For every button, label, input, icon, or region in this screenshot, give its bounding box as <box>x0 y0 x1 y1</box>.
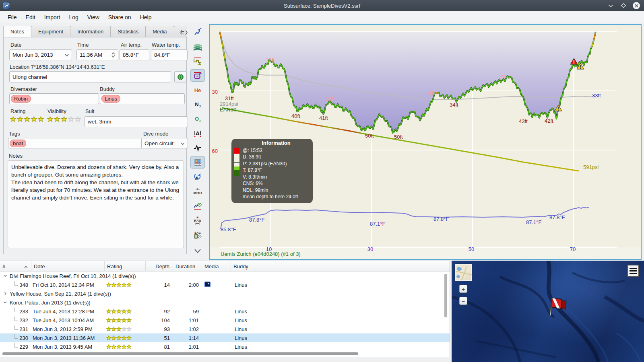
chart-label: 30 <box>212 89 218 95</box>
dive-mode-button[interactable] <box>190 171 205 183</box>
sac-rate-button[interactable]: SAC <box>190 228 205 241</box>
buddy-tag[interactable]: Linus <box>101 95 120 103</box>
tab-information[interactable]: Information <box>70 26 111 37</box>
tags-field[interactable]: boat <box>8 138 144 148</box>
helium-graph-button[interactable]: He <box>190 84 205 96</box>
dive-row[interactable]: 229Mon Jun 3, 2013 9:45 AM★★★★★811:01Lin… <box>0 342 450 351</box>
column-header-buddy[interactable]: Buddy <box>231 261 450 272</box>
waves-button[interactable] <box>190 40 205 53</box>
chart-label: 87.8°F <box>249 217 265 223</box>
column-header-duration[interactable]: Duration <box>173 261 202 272</box>
tag-boat[interactable]: boat <box>10 140 26 147</box>
spinner-arrows-icon[interactable] <box>111 52 115 58</box>
map-zoom-out-button[interactable]: − <box>459 297 467 305</box>
dive-flag-marker[interactable] <box>543 294 569 317</box>
globe-button[interactable] <box>174 71 186 82</box>
notes-textarea[interactable]: Unbelievable dive. Dozens and dozens of … <box>8 160 184 248</box>
svg-text:2: 2 <box>199 119 201 123</box>
column-header-depth[interactable]: Depth <box>146 261 173 272</box>
chart-label: 42ft <box>545 118 553 124</box>
menu-item-share-on[interactable]: Share on <box>104 12 136 22</box>
trip-row[interactable]: Yellow House, Sun Sep 21, 2014 (1 dive(s… <box>0 289 450 298</box>
tab-media[interactable]: Media <box>145 26 174 37</box>
ndl-button[interactable] <box>190 200 205 212</box>
air-temp-field[interactable]: 85.8°F <box>120 49 149 60</box>
dive-profile-chart[interactable]: 31ft2914psiEAN3015ft40ft41ft35ft50ft50ft… <box>209 24 642 260</box>
suit-input[interactable] <box>85 116 188 127</box>
window-maximize-button[interactable] <box>620 2 627 9</box>
star-icon: ★ <box>24 115 31 123</box>
trip-row[interactable]: Divi Flamingo House Reef, Fri Oct 10, 20… <box>0 272 450 280</box>
menu-item-help[interactable]: Help <box>136 12 156 22</box>
dive-site-map[interactable]: + − <box>452 261 644 362</box>
calculated-ceiling-button[interactable] <box>190 69 205 82</box>
menu-item-import[interactable]: Import <box>40 12 65 22</box>
buddy-field[interactable]: Linus <box>100 93 185 104</box>
ceiling-button[interactable] <box>190 55 205 67</box>
visibility-stars[interactable]: ★★★★★ <box>47 115 82 123</box>
menu-item-log[interactable]: Log <box>64 12 83 22</box>
horizontal-scrollbar[interactable] <box>2 352 358 355</box>
toolbar-scroll-down-button[interactable] <box>190 245 205 257</box>
dive-row[interactable]: 230Mon Jun 3, 2013 11:36 AM★★★★★511:14Li… <box>0 333 450 342</box>
collapse-icon[interactable] <box>3 273 7 279</box>
window-minimize-button[interactable] <box>607 2 614 9</box>
chart-label: 43ft <box>519 118 528 124</box>
info-row: @: 15:53 <box>243 147 310 154</box>
expand-icon[interactable] <box>3 291 7 297</box>
svg-text:SAC: SAC <box>194 230 201 234</box>
media-thumbnail-icon[interactable] <box>204 282 211 287</box>
map-menu-button[interactable] <box>627 265 639 277</box>
nitrogen-graph-button[interactable]: N2 <box>190 98 205 111</box>
oxygen-graph-button[interactable]: O2 <box>190 113 205 125</box>
gas-delta-button[interactable]: Δ <box>190 127 205 140</box>
heart-rate-icon <box>193 144 202 152</box>
window-close-button[interactable] <box>633 2 640 9</box>
date-select[interactable]: Mon Jun 3, 2013 <box>9 49 72 60</box>
column-header-rating[interactable]: Rating <box>105 261 146 272</box>
tab-equipment[interactable]: Equipment <box>31 26 70 37</box>
tab-scroll-left-icon[interactable] <box>179 30 183 35</box>
trip-row[interactable]: Koror, Palau, Jun 2013 (11 dive(s)) <box>0 298 450 307</box>
chart-label: 30 <box>367 246 373 252</box>
mod-button[interactable]: +MOD <box>190 185 205 197</box>
menu-item-view[interactable]: View <box>83 12 104 22</box>
ead-button[interactable]: +EAD(•••) <box>190 214 205 226</box>
map-zoom-in-button[interactable]: + <box>459 285 467 293</box>
time-spinbox[interactable]: 11:36 AM <box>76 49 118 60</box>
collapse-icon[interactable] <box>3 300 7 306</box>
dive-row[interactable]: 348Fri Oct 10, 2014 12:34 PM★★★★★142:00L… <box>0 280 450 289</box>
column-header-media[interactable]: Media <box>202 261 231 272</box>
location-input[interactable] <box>9 71 171 82</box>
dive-buddy: Linus <box>231 344 450 350</box>
column-header-date[interactable]: Date <box>31 261 105 272</box>
dive-computer-source-label: Uemis Zurich (e04d0248) (#1 of 3) <box>221 251 301 257</box>
map-overview-inset[interactable] <box>455 264 472 281</box>
water-temp-field[interactable]: 84.8°F <box>151 49 188 60</box>
divemaster-tag[interactable]: Robin <box>11 95 31 103</box>
star-icon: ★ <box>31 115 38 123</box>
divemaster-field[interactable]: Robin <box>9 93 99 104</box>
info-row: CNS: 6% <box>243 180 310 187</box>
menu-item-edit[interactable]: Edit <box>21 12 40 22</box>
heart-rate-button[interactable] <box>190 142 205 154</box>
column-header-num[interactable]: # <box>0 261 31 272</box>
dive-row[interactable]: 231Mon Jun 3, 2013 2:59 PM★★★★★931:02Lin… <box>0 325 450 333</box>
rating-stars[interactable]: ★★★★★ <box>10 115 45 123</box>
chart-label: 23ft <box>499 74 508 80</box>
star-icon: ★ <box>68 115 75 123</box>
tab-notes[interactable]: Notes <box>3 26 31 37</box>
tab-statistics[interactable]: Statistics <box>110 26 146 37</box>
dive-date: Fri Oct 10, 2014 12:34 PM <box>31 282 105 288</box>
chart-label: 60 <box>212 148 218 154</box>
svg-text:(•••): (•••) <box>195 222 200 225</box>
tab-scroll-right-icon[interactable] <box>184 30 188 35</box>
dive-row[interactable]: 232Tue Jun 4, 2013 10:04 AM★★★★★1041:01L… <box>0 316 450 325</box>
dive-mode-select[interactable]: Open circuit <box>141 138 188 148</box>
vertical-scrollbar[interactable] <box>444 274 447 317</box>
chart-label: 70 <box>570 246 576 252</box>
photos-button[interactable] <box>190 156 205 169</box>
dive-row[interactable]: 233Tue Jun 4, 2013 12:28 PM★★★★★9259Linu… <box>0 307 450 316</box>
dive-media <box>202 282 231 288</box>
menu-item-file[interactable]: File <box>3 12 21 22</box>
